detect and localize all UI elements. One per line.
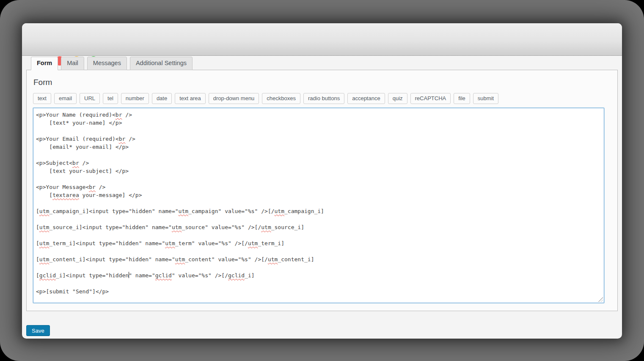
tag-button-url[interactable]: URL xyxy=(80,93,100,104)
code-line xyxy=(36,279,600,287)
misspelled-word: utm xyxy=(39,256,49,263)
misspelled-word: br xyxy=(119,136,126,142)
tag-generator-row: text email URL tel number date text area… xyxy=(33,93,611,104)
code-line: <p>Subject<br /> xyxy=(36,159,600,167)
misspelled-word: utm xyxy=(179,208,188,214)
code-line xyxy=(36,215,600,223)
panel-title: Form xyxy=(33,78,611,87)
code-line: [text* your-name] </p> xyxy=(36,119,600,127)
tag-button-recaptcha[interactable]: reCAPTCHA xyxy=(410,93,451,104)
text-caret xyxy=(129,272,129,278)
code-line: [email* your-email] </p> xyxy=(36,143,600,151)
tab-mail[interactable]: Mail xyxy=(61,57,84,70)
editor-tabbar: Form Mail Messages Additional Settings xyxy=(31,57,618,70)
code-line: <p>Your Message<br /> xyxy=(36,183,600,191)
misspelled-word: gclid xyxy=(39,272,56,279)
tab-form[interactable]: Form xyxy=(31,57,58,70)
misspelled-word: utm xyxy=(248,240,258,246)
code-line: [gclid_i]<input type="hidden" name="gcli… xyxy=(36,271,600,279)
misspelled-word: br xyxy=(72,160,79,166)
misspelled-word: utm xyxy=(39,240,49,246)
tag-button-file[interactable]: file xyxy=(454,93,470,104)
tag-button-date[interactable]: date xyxy=(152,93,172,104)
tab-additional-settings[interactable]: Additional Settings xyxy=(130,57,193,70)
misspelled-word: utm xyxy=(268,256,278,263)
code-line xyxy=(36,231,600,239)
misspelled-word: textarea xyxy=(52,192,79,198)
misspelled-word: utm xyxy=(172,224,182,230)
misspelled-word: utm xyxy=(261,224,271,230)
desktop-backdrop: Form Mail Messages Additional Settings F… xyxy=(0,0,644,361)
code-line xyxy=(36,199,600,207)
misspelled-word: br xyxy=(89,184,96,190)
code-line xyxy=(36,151,600,159)
misspelled-word: gclid xyxy=(228,272,245,279)
code-line xyxy=(36,127,600,135)
code-line: [utm_content_i]<input type="hidden" name… xyxy=(36,255,600,263)
code-line xyxy=(36,175,600,183)
misspelled-word: br xyxy=(116,112,122,118)
misspelled-word: gclid xyxy=(155,272,172,279)
code-line: <p>Your Email (required)<br /> xyxy=(36,135,600,143)
tab-messages[interactable]: Messages xyxy=(87,57,127,70)
app-window: Form Mail Messages Additional Settings F… xyxy=(22,23,622,339)
code-line: <p>[submit "Send"]</p> xyxy=(36,287,600,295)
save-row: Save xyxy=(26,325,618,336)
form-template-editor[interactable]: <p>Your Name (required)<br /> [text* you… xyxy=(33,108,604,303)
tag-button-email[interactable]: email xyxy=(54,93,77,104)
tag-button-drop-down-menu[interactable]: drop-down menu xyxy=(209,93,259,104)
misspelled-word: utm xyxy=(39,208,49,214)
window-content: Form Mail Messages Additional Settings F… xyxy=(22,56,622,336)
tag-button-tel[interactable]: tel xyxy=(103,93,118,104)
code-line: [utm_source_i]<input type="hidden" name=… xyxy=(36,223,600,231)
misspelled-word: utm xyxy=(175,256,185,263)
code-line: [utm_term_i]<input type="hidden" name="u… xyxy=(36,239,600,247)
window-titlebar[interactable] xyxy=(22,23,622,56)
code-line: [utm_campaign_i]<input type="hidden" nam… xyxy=(36,207,600,215)
tag-button-text[interactable]: text xyxy=(33,93,51,104)
tag-button-radio-buttons[interactable]: radio buttons xyxy=(303,93,344,104)
code-line xyxy=(36,263,600,271)
resize-grip-icon[interactable] xyxy=(598,297,603,302)
misspelled-word: utm xyxy=(275,208,284,214)
tag-button-quiz[interactable]: quiz xyxy=(388,93,407,104)
tag-button-checkboxes[interactable]: checkboxes xyxy=(262,93,300,104)
tag-button-text-area[interactable]: text area xyxy=(175,93,206,104)
form-panel: Form text email URL tel number date text… xyxy=(26,70,618,311)
save-button[interactable]: Save xyxy=(26,325,50,336)
tag-button-number[interactable]: number xyxy=(121,93,149,104)
code-line: [text your-subject] </p> xyxy=(36,167,600,175)
code-line: [textarea your-message] </p> xyxy=(36,191,600,199)
tag-button-acceptance[interactable]: acceptance xyxy=(347,93,385,104)
misspelled-word: utm xyxy=(39,224,49,230)
code-line: <p>Your Name (required)<br /> xyxy=(36,111,600,119)
tag-button-submit[interactable]: submit xyxy=(473,93,498,104)
code-line xyxy=(36,247,600,255)
misspelled-word: utm xyxy=(165,240,175,246)
